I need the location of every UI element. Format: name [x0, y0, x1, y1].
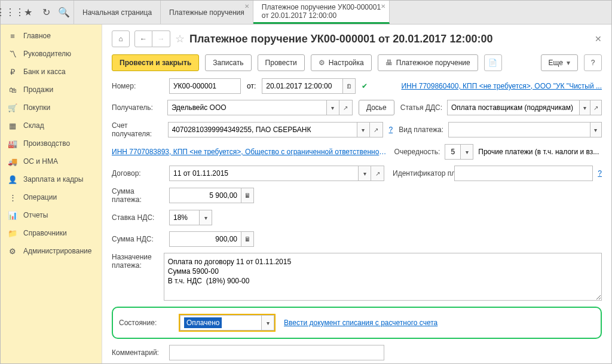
attachments-button[interactable]: 📄 [484, 54, 502, 71]
vat-sum-input[interactable] [169, 231, 241, 247]
tab-payment-order-doc[interactable]: Платежное поручение УК00-000001 от 20.01… [253, 1, 390, 24]
dropdown-icon[interactable]: ▾ [199, 210, 212, 225]
dds-input[interactable] [447, 100, 579, 115]
dropdown-icon[interactable]: ▾ [590, 122, 602, 137]
number-input[interactable] [169, 78, 241, 94]
dropdown-icon[interactable]: ▾ [579, 100, 590, 115]
tab-payment-orders[interactable]: Платежные поручения✕ [161, 1, 253, 24]
calendar-icon[interactable]: 🗓 [342, 78, 356, 94]
comment-input[interactable] [169, 345, 384, 360]
calc-icon[interactable]: 🖩 [241, 188, 254, 203]
date-label: от: [247, 82, 256, 90]
dossier-button[interactable]: Досье [359, 100, 394, 115]
status-highlight: Состояние: Оплачено▾ Ввести документ спи… [112, 307, 602, 339]
sidebar-item-main[interactable]: ≡Главное [1, 27, 102, 45]
gear-icon: ⚙ [8, 246, 17, 256]
open-icon[interactable]: ↗ [371, 166, 384, 181]
home-button[interactable]: ⌂ [112, 30, 130, 47]
amount-label: Сумма платежа: [112, 187, 163, 204]
open-icon[interactable]: ↗ [339, 100, 353, 115]
factory-icon: 🏭 [8, 139, 17, 148]
help-link[interactable]: ? [389, 126, 393, 134]
forward-button[interactable]: → [152, 30, 170, 47]
contract-label: Договор: [112, 169, 163, 178]
calc-icon[interactable]: 🖩 [241, 231, 254, 247]
chart-icon: 〽 [8, 49, 17, 59]
more-button[interactable]: Еще▾ [541, 54, 578, 71]
post-button[interactable]: Провести [258, 54, 305, 71]
tab-home[interactable]: Начальная страница [74, 1, 161, 24]
post-close-button[interactable]: Провести и закрыть [112, 54, 199, 71]
search-icon[interactable]: 🔍 [58, 7, 70, 19]
toolbar-icons: ⋮⋮⋮ ★ ↻ 🔍 [1, 1, 74, 24]
chevron-down-icon: ▾ [567, 59, 570, 67]
person-icon: 👤 [8, 175, 17, 184]
print-button[interactable]: 🖶Платежное поручение [378, 54, 478, 71]
close-page-icon[interactable]: ✕ [595, 34, 602, 44]
page-header: ⌂ ← → ☆ Платежное поручение УК00-000001 … [102, 25, 611, 51]
sidebar-item-production[interactable]: 🏭Производство [1, 134, 102, 152]
history-icon[interactable]: ↻ [40, 7, 52, 19]
purpose-textarea[interactable] [164, 253, 602, 301]
close-icon[interactable]: ✕ [381, 3, 385, 10]
favorite-icon[interactable]: ☆ [175, 32, 185, 45]
sidebar-item-sales[interactable]: 🛍Продажи [1, 81, 102, 99]
dropdown-icon[interactable]: ▾ [261, 315, 274, 331]
number-label: Номер: [112, 82, 163, 90]
priority-label: Очередность: [394, 148, 440, 156]
status-label: Состояние: [119, 319, 170, 327]
sidebar-item-warehouse[interactable]: ▦Склад [1, 117, 102, 134]
pay-id-input[interactable] [454, 166, 593, 181]
sidebar-item-assets[interactable]: 🚚ОС и НМА [1, 152, 102, 170]
recip-details-link[interactable]: ИНН 7707083893, КПП <не требуется>, Обще… [112, 148, 388, 156]
apps-icon[interactable]: ⋮⋮⋮ [4, 7, 16, 19]
pay-type-label: Вид платежа: [399, 126, 443, 134]
settings-button[interactable]: ⚙Настройка [311, 54, 372, 71]
sidebar-item-admin[interactable]: ⚙Администрирование [1, 242, 102, 260]
report-icon: 📊 [8, 210, 17, 220]
action-toolbar: Провести и закрыть Записать Провести ⚙На… [102, 51, 611, 77]
dropdown-icon[interactable]: ▾ [358, 166, 371, 181]
menu-icon: ≡ [8, 31, 17, 41]
sidebar-item-manager[interactable]: 〽Руководителю [1, 45, 102, 63]
date-input[interactable] [262, 78, 342, 94]
open-icon[interactable]: ↗ [590, 100, 602, 115]
bag-icon: 🛍 [8, 85, 17, 94]
save-button[interactable]: Записать [205, 54, 251, 71]
dds-label: Статья ДДС: [400, 103, 442, 112]
help-link[interactable]: ? [598, 169, 602, 178]
print-icon: 🖶 [385, 59, 393, 67]
sidebar-item-operations[interactable]: ⋮Операции [1, 188, 102, 206]
gear-icon: ⚙ [319, 59, 325, 67]
cart-icon: 🛒 [8, 103, 17, 112]
pay-id-label: Идентификатор платежа: [393, 169, 449, 178]
grid-icon: ▦ [8, 121, 17, 130]
sidebar-item-reports[interactable]: 📊Отчеты [1, 206, 102, 224]
star-icon[interactable]: ★ [22, 7, 34, 19]
priority-input[interactable] [445, 144, 460, 160]
ruble-icon: ₽ [8, 67, 17, 77]
amount-input[interactable] [169, 188, 241, 203]
payer-details-link[interactable]: ИНН 7709860400, КПП <не требуется>, ООО … [401, 82, 602, 90]
close-icon[interactable]: ✕ [244, 3, 249, 10]
folder-icon: 📁 [8, 228, 17, 238]
dropdown-icon[interactable]: ▾ [357, 122, 370, 137]
sidebar-item-bank[interactable]: ₽Банк и касса [1, 63, 102, 81]
back-button[interactable]: ← [134, 30, 152, 47]
recip-acct-input[interactable] [168, 122, 357, 137]
sidebar-item-hr[interactable]: 👤Зарплата и кадры [1, 170, 102, 188]
top-bar: ⋮⋮⋮ ★ ↻ 🔍 Начальная страница Платежные п… [1, 1, 611, 25]
recipient-input[interactable] [167, 100, 326, 115]
dropdown-icon[interactable]: ▾ [326, 100, 339, 115]
dropdown-icon[interactable]: ▾ [460, 144, 473, 160]
help-button[interactable]: ? [584, 54, 602, 71]
register-link[interactable]: Ввести документ списания с расчетного сч… [284, 319, 437, 327]
recip-acct-label: Счет получателя: [112, 121, 162, 138]
pay-type-input[interactable] [448, 122, 590, 137]
open-icon[interactable]: ↗ [370, 122, 383, 137]
status-select[interactable]: Оплачено [180, 315, 261, 331]
contract-input[interactable] [169, 166, 358, 181]
sidebar-item-purchases[interactable]: 🛒Покупки [1, 99, 102, 117]
sidebar-item-catalogs[interactable]: 📁Справочники [1, 224, 102, 242]
vat-rate-input[interactable] [169, 210, 199, 225]
